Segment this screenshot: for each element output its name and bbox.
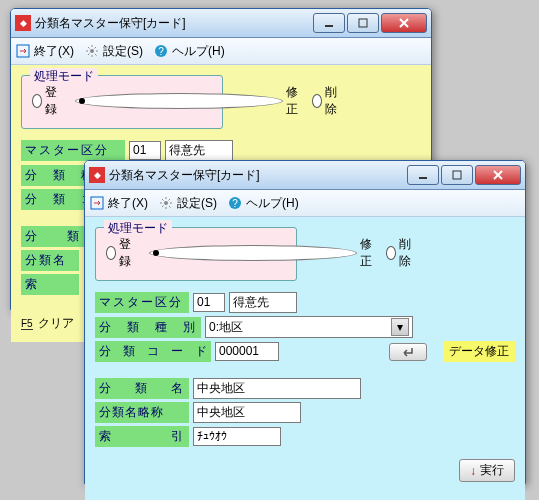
execute-button[interactable]: ↓実行 bbox=[459, 459, 515, 482]
radio-label: 修正 bbox=[360, 236, 372, 270]
svg-text:?: ? bbox=[158, 46, 164, 57]
master-code-field[interactable]: 01 bbox=[129, 141, 161, 160]
close-button[interactable] bbox=[475, 165, 521, 185]
label-class-abbr: 分類名略称 bbox=[95, 402, 189, 423]
radio-label: 削除 bbox=[325, 84, 341, 118]
titlebar[interactable]: ◆ 分類名マスター保守[カード] bbox=[85, 161, 525, 190]
radio-delete[interactable]: 削除 bbox=[312, 84, 341, 118]
maximize-button[interactable] bbox=[347, 13, 379, 33]
radio-register[interactable]: 登録 bbox=[32, 84, 61, 118]
radio-register[interactable]: 登録 bbox=[106, 236, 135, 270]
process-mode-group: 処理モード 登録 修正 削除 bbox=[21, 75, 223, 129]
exit-icon bbox=[15, 43, 31, 59]
enter-button[interactable] bbox=[389, 343, 427, 361]
radio-dot bbox=[312, 94, 322, 108]
master-name-field: 得意先 bbox=[165, 140, 233, 161]
menu-config[interactable]: 設定(S) bbox=[84, 43, 143, 60]
enter-icon bbox=[400, 346, 416, 358]
menu-config-label: 設定(S) bbox=[177, 195, 217, 212]
row-class-code: 分 類 コ ー ド 000001 データ修正 bbox=[95, 341, 515, 362]
row-master-division: マスター区分01得意先 bbox=[21, 140, 421, 161]
master-code-field[interactable]: 01 bbox=[193, 293, 225, 312]
radio-delete[interactable]: 削除 bbox=[386, 236, 415, 270]
radio-modify[interactable]: 修正 bbox=[149, 236, 372, 270]
process-mode-group: 処理モード 登録 修正 削除 bbox=[95, 227, 297, 281]
radio-modify[interactable]: 修正 bbox=[75, 84, 298, 118]
radio-dot bbox=[75, 93, 283, 109]
menu-help-label: ヘルプ(H) bbox=[172, 43, 225, 60]
app-icon: ◆ bbox=[15, 15, 31, 31]
label-class: 分 類 bbox=[21, 226, 85, 247]
help-icon: ? bbox=[227, 195, 243, 211]
menu-exit-label: 終了(X) bbox=[108, 195, 148, 212]
radio-label: 登録 bbox=[45, 84, 61, 118]
minimize-button[interactable] bbox=[407, 165, 439, 185]
radio-dot bbox=[32, 94, 42, 108]
minimize-button[interactable] bbox=[313, 13, 345, 33]
master-name-field: 得意先 bbox=[229, 292, 297, 313]
menubar: 終了(X) 設定(S) ?ヘルプ(H) bbox=[11, 38, 431, 65]
down-arrow-icon: ↓ bbox=[470, 464, 476, 478]
row-master-division: マスター区分01得意先 bbox=[95, 292, 515, 313]
titlebar[interactable]: ◆ 分類名マスター保守[カード] bbox=[11, 9, 431, 38]
label-index: 索 引 bbox=[95, 426, 189, 447]
f5-clear[interactable]: F5 クリア bbox=[21, 315, 74, 332]
exit-icon bbox=[89, 195, 105, 211]
menu-exit[interactable]: 終了(X) bbox=[15, 43, 74, 60]
label-master-division: マスター区分 bbox=[21, 140, 125, 161]
class-abbr-field[interactable]: 中央地区 bbox=[193, 402, 301, 423]
menu-config[interactable]: 設定(S) bbox=[158, 195, 217, 212]
row-class-type: 分 類 種 別0:地区▾ bbox=[95, 316, 515, 338]
client-area: 処理モード 登録 修正 削除 マスター区分01得意先 分 類 種 別0:地区▾ … bbox=[85, 217, 525, 500]
menu-exit[interactable]: 終了(X) bbox=[89, 195, 148, 212]
radio-label: 修正 bbox=[286, 84, 298, 118]
svg-rect-7 bbox=[453, 171, 461, 179]
radio-dot bbox=[149, 245, 357, 261]
menu-help-label: ヘルプ(H) bbox=[246, 195, 299, 212]
function-key-bar: F5 クリア F8 前回値セット F9 以下省略 bbox=[95, 496, 515, 500]
menu-config-label: 設定(S) bbox=[103, 43, 143, 60]
label-classname: 分類名 bbox=[21, 250, 79, 271]
gear-icon bbox=[84, 43, 100, 59]
row-class-name: 分 類 名中央地区 bbox=[95, 378, 515, 399]
menubar: 終了(X) 設定(S) ?ヘルプ(H) bbox=[85, 190, 525, 217]
menu-exit-label: 終了(X) bbox=[34, 43, 74, 60]
class-type-select[interactable]: 0:地区▾ bbox=[205, 316, 413, 338]
chevron-down-icon[interactable]: ▾ bbox=[391, 318, 409, 336]
class-code-field[interactable]: 000001 bbox=[215, 342, 279, 361]
label-class-type: 分 類 種 別 bbox=[95, 317, 201, 338]
svg-rect-1 bbox=[359, 19, 367, 27]
radio-dot bbox=[386, 246, 396, 260]
index-field[interactable]: ﾁｭｳｵｳ bbox=[193, 427, 281, 446]
help-icon: ? bbox=[153, 43, 169, 59]
class-name-field[interactable]: 中央地区 bbox=[193, 378, 361, 399]
label-master-division: マスター区分 bbox=[95, 292, 189, 313]
label-class-name: 分 類 名 bbox=[95, 378, 189, 399]
menu-help[interactable]: ?ヘルプ(H) bbox=[153, 43, 225, 60]
row-class-abbr: 分類名略称中央地区 bbox=[95, 402, 515, 423]
menu-help[interactable]: ?ヘルプ(H) bbox=[227, 195, 299, 212]
status-label: データ修正 bbox=[443, 341, 515, 362]
window-master-maintenance-2: ◆ 分類名マスター保守[カード] 終了(X) 設定(S) ?ヘルプ(H) 処理モ… bbox=[84, 160, 526, 484]
group-legend: 処理モード bbox=[104, 220, 172, 237]
row-index: 索 引ﾁｭｳｵｳ bbox=[95, 426, 515, 447]
radio-label: 削除 bbox=[399, 236, 415, 270]
app-icon: ◆ bbox=[89, 167, 105, 183]
svg-rect-6 bbox=[419, 177, 427, 179]
select-value: 0:地区 bbox=[209, 319, 243, 336]
label-class-code: 分 類 コ ー ド bbox=[95, 341, 211, 362]
svg-point-9 bbox=[164, 201, 168, 205]
radio-dot bbox=[106, 246, 116, 260]
group-legend: 処理モード bbox=[30, 68, 98, 85]
svg-rect-0 bbox=[325, 25, 333, 27]
svg-text:?: ? bbox=[232, 198, 238, 209]
label-index-partial: 索 bbox=[21, 274, 79, 295]
radio-label: 登録 bbox=[119, 236, 135, 270]
window-title: 分類名マスター保守[カード] bbox=[109, 167, 405, 184]
maximize-button[interactable] bbox=[441, 165, 473, 185]
execute-label: 実行 bbox=[480, 462, 504, 479]
svg-point-3 bbox=[90, 49, 94, 53]
window-title: 分類名マスター保守[カード] bbox=[35, 15, 311, 32]
close-button[interactable] bbox=[381, 13, 427, 33]
fkey-text: クリア bbox=[38, 316, 74, 330]
